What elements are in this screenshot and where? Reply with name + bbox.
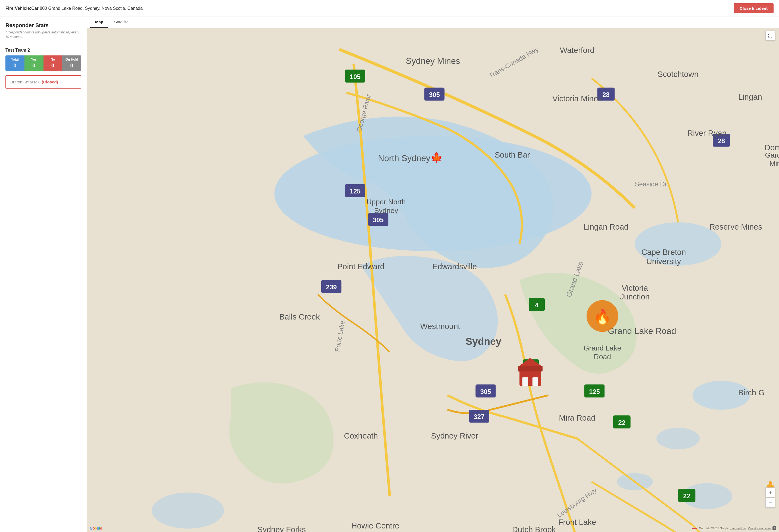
stat-yes-value: 0 bbox=[25, 63, 42, 69]
svg-text:Front Lake: Front Lake bbox=[558, 518, 596, 527]
svg-text:Lingan Road: Lingan Road bbox=[584, 222, 628, 231]
svg-text:Junction: Junction bbox=[620, 292, 650, 301]
svg-text:Mines: Mines bbox=[770, 159, 779, 168]
svg-text:Victoria Mines: Victoria Mines bbox=[552, 94, 602, 103]
svg-text:Scotchtown: Scotchtown bbox=[658, 70, 699, 78]
svg-text:Sydney River: Sydney River bbox=[431, 431, 478, 440]
sidebar: Responder Stats * Responder counts will … bbox=[0, 17, 87, 532]
map-controls: + − bbox=[765, 487, 775, 508]
svg-text:305: 305 bbox=[373, 216, 384, 223]
svg-text:Point Edward: Point Edward bbox=[337, 262, 384, 271]
stats-table: Total 0 Yes 0 No 0 On Hold 0 bbox=[5, 55, 81, 71]
svg-text:Mira Road: Mira Road bbox=[559, 413, 596, 422]
svg-rect-79 bbox=[523, 378, 528, 386]
svg-text:Dominion: Dominion bbox=[765, 143, 779, 152]
header: Fire:Vehicle:Car 800 Grand Lake Road, Sy… bbox=[0, 0, 779, 17]
svg-text:Birch G: Birch G bbox=[738, 388, 765, 397]
stat-hold-label: On Hold bbox=[63, 58, 80, 61]
tab-satellite[interactable]: Satellite bbox=[109, 17, 133, 28]
svg-text:🔥: 🔥 bbox=[593, 308, 611, 326]
map-data-text: Map data ©2019 Google bbox=[692, 527, 729, 530]
map-attribution: Map data ©2019 Google Terms of Use Repor… bbox=[692, 526, 776, 530]
svg-point-4 bbox=[656, 428, 700, 449]
auto-update-note: * Responder counts will update automatic… bbox=[5, 30, 81, 40]
svg-text:125: 125 bbox=[350, 188, 361, 195]
svg-text:River Ryan: River Ryan bbox=[687, 129, 726, 137]
svg-text:Lingan: Lingan bbox=[738, 93, 762, 102]
map-tabs: Map Satellite bbox=[87, 17, 779, 28]
closed-team-card: Breton SmarTek (Closed) bbox=[5, 75, 81, 88]
map-container[interactable]: 305 305 305 125 125 28 28 4 4 bbox=[87, 28, 779, 532]
header-title: Fire:Vehicle:Car 800 Grand Lake Road, Sy… bbox=[5, 6, 143, 11]
report-map-error-link[interactable]: Report a map error bbox=[748, 527, 771, 530]
map-svg: 305 305 305 125 125 28 28 4 4 bbox=[87, 28, 779, 532]
stat-hold-value: 0 bbox=[63, 63, 80, 69]
stat-hold-cell: On Hold 0 bbox=[62, 55, 81, 71]
main-layout: Responder Stats * Responder counts will … bbox=[0, 17, 779, 532]
closed-badge: (Closed) bbox=[42, 80, 58, 84]
svg-rect-86 bbox=[769, 481, 772, 484]
stat-total-value: 0 bbox=[6, 63, 23, 69]
svg-text:4: 4 bbox=[535, 301, 539, 309]
svg-text:Westmount: Westmount bbox=[420, 322, 460, 331]
team1-name: Test Team 2 bbox=[5, 48, 81, 53]
svg-text:University: University bbox=[646, 257, 681, 266]
stat-yes-label: Yes bbox=[25, 58, 42, 61]
svg-text:Grand Lake: Grand Lake bbox=[584, 344, 621, 352]
zoom-out-button[interactable]: − bbox=[765, 498, 775, 508]
svg-text:Sydney Mines: Sydney Mines bbox=[406, 56, 460, 66]
map-error-icon: ! bbox=[773, 526, 776, 530]
svg-text:Sydney Forks: Sydney Forks bbox=[257, 525, 306, 532]
zoom-in-button[interactable]: + bbox=[765, 487, 775, 497]
svg-text:Upper North: Upper North bbox=[366, 198, 406, 206]
incident-type: Fire:Vehicle:Car bbox=[5, 6, 39, 11]
svg-text:Coxheath: Coxheath bbox=[344, 431, 378, 440]
stat-no-label: No bbox=[45, 58, 61, 61]
stat-yes-cell: Yes 0 bbox=[24, 55, 44, 71]
svg-text:125: 125 bbox=[589, 388, 600, 395]
svg-text:22: 22 bbox=[618, 419, 626, 426]
stat-no-cell: No 0 bbox=[44, 55, 63, 71]
tab-map[interactable]: Map bbox=[90, 17, 108, 28]
svg-text:22: 22 bbox=[683, 492, 691, 500]
svg-text:28: 28 bbox=[602, 91, 610, 98]
svg-text:Sydney: Sydney bbox=[466, 336, 501, 347]
sidebar-title: Responder Stats bbox=[5, 22, 81, 28]
svg-rect-78 bbox=[518, 366, 543, 372]
svg-text:Balls Creek: Balls Creek bbox=[280, 313, 320, 321]
svg-text:Gardiner: Gardiner bbox=[765, 151, 779, 159]
svg-text:Edwardsville: Edwardsville bbox=[432, 262, 477, 271]
svg-point-7 bbox=[152, 492, 224, 529]
stat-total-cell: Total 0 bbox=[5, 55, 24, 71]
closed-team-name: Breton SmarTek bbox=[10, 80, 40, 84]
incident-address: 800 Grand Lake Road, Sydney, Nova Scotia… bbox=[40, 6, 143, 11]
fullscreen-button[interactable] bbox=[765, 31, 775, 41]
terms-of-use-link[interactable]: Terms of Use bbox=[730, 527, 746, 530]
stat-no-value: 0 bbox=[45, 63, 61, 69]
svg-text:Road: Road bbox=[594, 353, 611, 361]
map-area: Map Satellite bbox=[87, 17, 779, 532]
svg-text:327: 327 bbox=[474, 413, 485, 420]
stat-total-label: Total bbox=[6, 58, 23, 61]
svg-text:305: 305 bbox=[480, 388, 491, 395]
svg-text:Dutch Brook: Dutch Brook bbox=[512, 525, 556, 532]
svg-text:Cape Breton: Cape Breton bbox=[642, 248, 686, 257]
svg-text:105: 105 bbox=[350, 73, 361, 80]
svg-text:!: ! bbox=[774, 527, 775, 530]
close-incident-button[interactable]: Close Incident bbox=[734, 3, 774, 13]
svg-text:Reserve Mines: Reserve Mines bbox=[709, 222, 762, 231]
svg-text:305: 305 bbox=[429, 91, 440, 98]
svg-text:Howie Centre: Howie Centre bbox=[351, 521, 400, 530]
svg-text:239: 239 bbox=[326, 283, 337, 291]
svg-rect-80 bbox=[533, 378, 538, 386]
svg-text:28: 28 bbox=[718, 137, 725, 144]
svg-text:Grand Lake Road: Grand Lake Road bbox=[608, 326, 676, 336]
svg-text:Victoria: Victoria bbox=[621, 284, 648, 292]
google-logo: Google bbox=[90, 526, 102, 530]
svg-text:South Bar: South Bar bbox=[495, 150, 530, 159]
svg-text:North Sydney: North Sydney bbox=[378, 153, 430, 163]
svg-text:🍁: 🍁 bbox=[430, 152, 443, 164]
svg-text:Waterford: Waterford bbox=[560, 46, 594, 55]
svg-text:Seaside Dr: Seaside Dr bbox=[635, 181, 667, 188]
svg-text:Sydney: Sydney bbox=[374, 206, 398, 215]
